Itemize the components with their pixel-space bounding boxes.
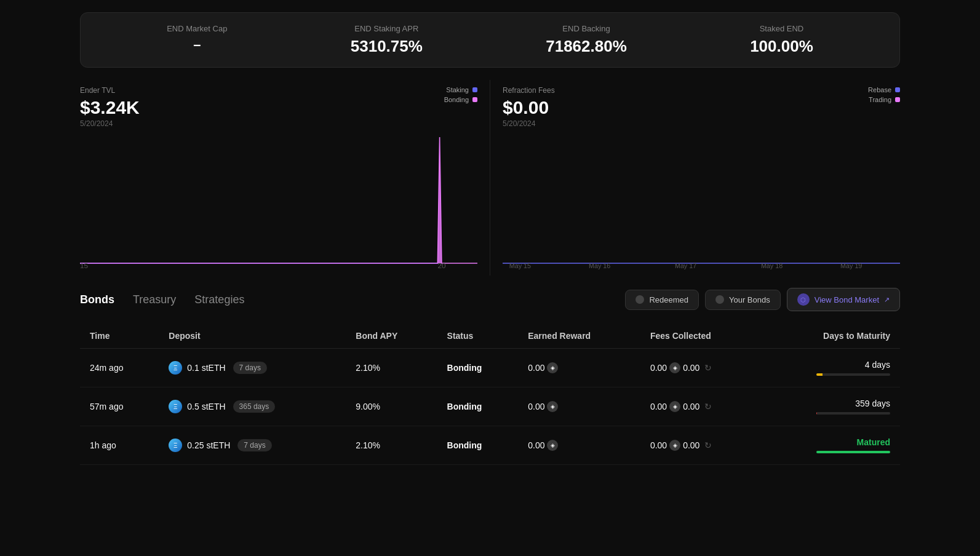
tvl-legend-staking-label: Staking bbox=[446, 86, 469, 93]
eth-icon-2: ◈ bbox=[669, 440, 680, 451]
tvl-chart-title: Ender TVL bbox=[80, 86, 477, 95]
view-market-icon: ⬡ bbox=[797, 293, 810, 306]
tab-strategies[interactable]: Strategies bbox=[194, 291, 244, 309]
external-link-icon: ↗ bbox=[884, 296, 890, 304]
tvl-chart-value: $3.24K bbox=[80, 97, 477, 118]
col-deposit: Deposit bbox=[159, 324, 346, 349]
col-earned-reward: Earned Reward bbox=[518, 324, 640, 349]
row1-status: Bonding bbox=[437, 349, 519, 387]
stat-value-staked: 100.00% bbox=[750, 37, 813, 56]
row3-reward-val: 0.00 bbox=[528, 440, 544, 450]
row1-time: 24m ago bbox=[80, 349, 159, 387]
eth-icon: ◈ bbox=[547, 401, 558, 412]
row2-status: Bonding bbox=[437, 387, 519, 426]
row1-fees: 0.00 ◈ 0.00 ↻ bbox=[640, 349, 762, 387]
redeemed-button[interactable]: Redeemed bbox=[625, 290, 699, 310]
eth-icon: ◈ bbox=[547, 440, 558, 451]
row2-deposit-cell: Ξ 0.5 stETH 365 days bbox=[169, 400, 336, 413]
refraction-rebase-dot bbox=[895, 87, 900, 92]
refraction-chart-date: 5/20/2024 bbox=[503, 119, 900, 128]
refraction-chart-legend: Rebase Trading bbox=[868, 86, 900, 103]
stat-staked-end: Staked END 100.00% bbox=[750, 24, 813, 56]
tvl-chart: Ender TVL $3.24K 5/20/2024 Staking Bondi… bbox=[80, 80, 477, 276]
refraction-legend-rebase: Rebase bbox=[868, 86, 900, 93]
table-row: 24m ago Ξ 0.1 stETH 7 days 2.10% Bonding… bbox=[80, 349, 900, 387]
row3-deposit-amount: 0.25 stETH bbox=[187, 440, 230, 450]
redeemed-label: Redeemed bbox=[649, 295, 688, 304]
row1-deposit-cell: Ξ 0.1 stETH 7 days bbox=[169, 361, 336, 375]
charts-section: Ender TVL $3.24K 5/20/2024 Staking Bondi… bbox=[80, 80, 900, 276]
tab-treasury[interactable]: Treasury bbox=[133, 291, 176, 309]
row3-fees-1: 0.00 bbox=[650, 440, 667, 450]
refresh-icon[interactable]: ↻ bbox=[704, 363, 712, 373]
row2-deposit-days: 365 days bbox=[233, 400, 276, 413]
row1-deposit-days: 7 days bbox=[233, 362, 267, 374]
row2-reward-val: 0.00 bbox=[528, 402, 544, 411]
row1-bond-apy: 2.10% bbox=[346, 349, 437, 387]
refraction-trading-dot bbox=[895, 97, 900, 102]
stat-end-market-cap: END Market Cap – bbox=[167, 24, 227, 56]
eth-icon: ◈ bbox=[547, 362, 558, 373]
refresh-icon[interactable]: ↻ bbox=[704, 440, 712, 450]
refresh-icon[interactable]: ↻ bbox=[704, 402, 712, 411]
row2-fees: 0.00 ◈ 0.00 ↻ bbox=[640, 387, 762, 426]
eth-icon-2: ◈ bbox=[669, 401, 680, 412]
row3-time: 1h ago bbox=[80, 426, 159, 465]
your-bonds-button[interactable]: Your Bonds bbox=[705, 290, 781, 310]
stat-value-market-cap: – bbox=[167, 37, 227, 53]
svg-text:May 16: May 16 bbox=[589, 263, 610, 269]
chart-divider bbox=[490, 80, 490, 276]
row2-time: 57m ago bbox=[80, 387, 159, 426]
tvl-legend-staking: Staking bbox=[444, 86, 477, 93]
row1-deposit: Ξ 0.1 stETH 7 days bbox=[159, 349, 346, 387]
refraction-chart-value: $0.00 bbox=[503, 97, 900, 118]
tvl-bonding-dot bbox=[472, 97, 477, 102]
steth-icon: Ξ bbox=[169, 439, 182, 452]
row2-fees-2: 0.00 bbox=[683, 402, 699, 411]
col-status: Status bbox=[437, 324, 519, 349]
row3-status: Bonding bbox=[437, 426, 519, 465]
redeemed-toggle bbox=[635, 295, 644, 304]
stat-label-staking-apr: END Staking APR bbox=[351, 24, 423, 33]
table-header-row: Time Deposit Bond APY Status Earned Rewa… bbox=[80, 324, 900, 349]
refraction-legend-trading-label: Trading bbox=[869, 96, 891, 103]
steth-icon: Ξ bbox=[169, 400, 182, 413]
row3-fees-2: 0.00 bbox=[683, 440, 699, 450]
row3-fees: 0.00 ◈ 0.00 ↻ bbox=[640, 426, 762, 465]
row1-days: 4 days bbox=[865, 360, 890, 370]
bottom-section: Bonds Treasury Strategies Redeemed Your … bbox=[80, 288, 900, 465]
tabs: Bonds Treasury Strategies bbox=[80, 291, 244, 309]
col-time: Time bbox=[80, 324, 159, 349]
row2-earned-reward: 0.00 ◈ bbox=[518, 387, 640, 426]
tvl-chart-svg-wrapper: 15 20 bbox=[80, 134, 477, 269]
table-row: 1h ago Ξ 0.25 stETH 7 days 2.10% Bonding… bbox=[80, 426, 900, 465]
row2-fees-1: 0.00 bbox=[650, 402, 667, 411]
row3-deposit-cell: Ξ 0.25 stETH 7 days bbox=[169, 439, 336, 452]
row2-bond-apy: 9.00% bbox=[346, 387, 437, 426]
eth-icon-2: ◈ bbox=[669, 362, 680, 373]
stat-label-market-cap: END Market Cap bbox=[167, 24, 227, 33]
refraction-chart-title: Refraction Fees bbox=[503, 86, 900, 95]
refraction-legend-trading: Trading bbox=[868, 96, 900, 103]
row3-maturity-bar bbox=[816, 451, 890, 453]
tab-actions: Redeemed Your Bonds ⬡ View Bond Market ↗ bbox=[625, 288, 900, 311]
row1-earned-reward: 0.00 ◈ bbox=[518, 349, 640, 387]
tab-bonds[interactable]: Bonds bbox=[80, 291, 114, 309]
steth-icon: Ξ bbox=[169, 361, 182, 375]
tvl-chart-svg: 15 20 bbox=[80, 134, 477, 269]
tvl-staking-dot bbox=[472, 87, 477, 92]
row3-maturity: Matured bbox=[761, 426, 900, 465]
col-fees-collected: Fees Collected bbox=[640, 324, 762, 349]
row1-fees-2: 0.00 bbox=[683, 363, 699, 373]
view-bond-market-button[interactable]: ⬡ View Bond Market ↗ bbox=[787, 288, 900, 311]
row3-deposit: Ξ 0.25 stETH 7 days bbox=[159, 426, 346, 465]
stat-value-backing: 71862.80% bbox=[546, 37, 627, 56]
row3-earned-reward: 0.00 ◈ bbox=[518, 426, 640, 465]
row1-deposit-amount: 0.1 stETH bbox=[187, 363, 225, 373]
refraction-chart-svg: May 15 May 16 May 17 May 18 May 19 bbox=[503, 134, 900, 269]
svg-text:May 19: May 19 bbox=[840, 263, 862, 269]
view-market-label: View Bond Market bbox=[815, 295, 879, 304]
svg-marker-0 bbox=[80, 137, 477, 263]
row1-fees-1: 0.00 bbox=[650, 363, 667, 373]
tvl-chart-date: 5/20/2024 bbox=[80, 119, 477, 128]
